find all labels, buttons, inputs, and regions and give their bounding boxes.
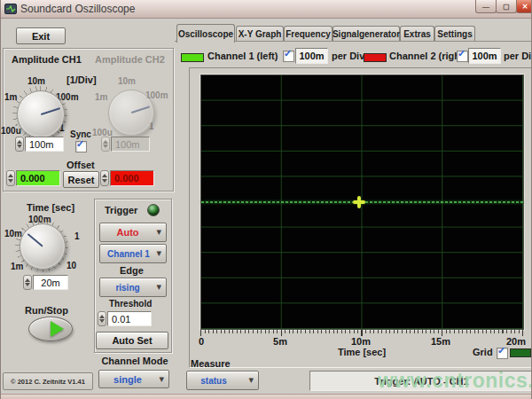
amplitude-ch1-value[interactable]: 100m <box>25 137 64 152</box>
chevron-down-icon: ▾ <box>248 373 254 386</box>
app-icon <box>4 3 17 15</box>
offset-reset-button[interactable]: Reset <box>63 171 99 188</box>
threshold-spinner[interactable] <box>98 311 106 326</box>
check-icon: ✓ <box>497 345 505 356</box>
tab-signalgenerator[interactable]: Signalgenerator <box>332 26 400 42</box>
time-spinner[interactable] <box>23 275 32 290</box>
channel-mode-dropdown[interactable]: single ▾ <box>98 370 169 388</box>
amplitude-ch1-value-text: 100m <box>29 139 54 150</box>
maximize-icon: ▢ <box>503 3 510 11</box>
channel2-per-div-value[interactable]: 100m <box>468 48 501 64</box>
exit-button[interactable]: Exit <box>16 27 66 44</box>
amplitude-ch1-spinner[interactable] <box>15 137 24 152</box>
amplitude-ch2-value-text: 100m <box>115 139 140 150</box>
knob-tick-label: 1m <box>95 92 107 102</box>
copyright-text: © 2012 C. Zeitnitz V1.41 <box>11 378 85 386</box>
x-tick-label: 20m <box>506 336 526 347</box>
offset-ch2-spinner[interactable] <box>100 170 109 186</box>
knob-pointer <box>27 233 43 247</box>
sync-checkbox[interactable]: ✓ <box>75 141 87 153</box>
app-window: Soundcard Oszilloscope — ▢ ✕ Exit Amplit… <box>0 0 532 399</box>
trigger-edge-value: rising <box>115 283 139 293</box>
offset-ch1-spinner[interactable] <box>6 170 15 186</box>
channel2-checkbox[interactable]: ✓ <box>457 51 468 62</box>
chevron-down-icon: ▾ <box>156 280 161 293</box>
tab-label: Settings <box>437 29 472 39</box>
maximize-button[interactable]: ▢ <box>496 0 517 13</box>
chevron-down-icon: ▾ <box>159 372 164 385</box>
time-title: Time [sec] <box>17 202 84 213</box>
ch2-per-div-text: 100m <box>472 51 497 61</box>
amplitude-ch2-knob <box>108 90 154 136</box>
tab-settings[interactable]: Settings <box>434 26 475 42</box>
channel-mode-value: single <box>113 374 142 385</box>
offset-ch2-text: 0.000 <box>114 173 139 184</box>
channel1-label: Channel 1 (left) <box>207 51 278 61</box>
ch1-per-div-text: 100m <box>299 51 324 61</box>
grid-label: Grid <box>473 347 493 357</box>
knob-tick-label: 10m <box>27 76 45 86</box>
trigger-mode-dropdown[interactable]: Auto ▾ <box>99 223 167 242</box>
tab-label: Oscilloscope <box>178 29 233 39</box>
x-tick-label: 10m <box>351 336 371 347</box>
tab-oscilloscope[interactable]: Oscilloscope <box>176 24 235 43</box>
trigger-led <box>147 204 160 216</box>
x-axis-major-ticks <box>200 330 523 336</box>
amplitude-ch1-knob[interactable] <box>17 90 65 138</box>
amplitude-ch2-value: 100m <box>111 137 150 152</box>
tab-xy-graph[interactable]: X-Y Graph <box>236 26 284 42</box>
edge-title: Edge <box>120 265 144 276</box>
auto-set-button[interactable]: Auto Set <box>96 332 168 349</box>
channel1-color-swatch <box>181 53 204 62</box>
channel2-per-div-label: per Div <box>504 51 532 61</box>
window-frame-bottom <box>1 394 531 399</box>
check-icon: ✓ <box>458 48 466 59</box>
channel1-per-div-value[interactable]: 100m <box>295 48 328 64</box>
tab-frequency[interactable]: Frequency <box>284 26 332 42</box>
x-tick-label: 5m <box>273 336 287 347</box>
exit-label: Exit <box>32 31 50 42</box>
trigger-source-value: Channel 1 <box>107 249 150 259</box>
trigger-edge-dropdown[interactable]: rising ▾ <box>99 278 167 297</box>
threshold-title: Threshold <box>109 299 152 309</box>
minimize-icon: — <box>482 3 489 11</box>
measure-dropdown[interactable]: status ▾ <box>186 371 259 390</box>
title-bar[interactable]: Soundcard Oszilloscope — ▢ ✕ <box>1 0 531 19</box>
channel1-per-div-label: per Div <box>332 51 364 61</box>
threshold-value[interactable]: 0.01 <box>107 311 152 326</box>
tab-label: Extras <box>403 29 431 39</box>
run-stop-button[interactable] <box>28 317 73 341</box>
tab-label: Signalgenerator <box>332 29 400 39</box>
chevron-down-icon: ▾ <box>156 246 161 259</box>
close-button[interactable]: ✕ <box>516 0 532 13</box>
measure-title: Measure <box>191 358 231 369</box>
knob-tick-label: 1 <box>74 231 80 241</box>
offset-title: Offset <box>66 160 95 170</box>
amplitude-ch2-title: Amplitude CH2 <box>95 54 165 65</box>
window-title: Soundcard Oszilloscope <box>20 3 135 15</box>
threshold-value-text: 0.01 <box>112 314 130 325</box>
offset-ch1-value[interactable]: 0.000 <box>16 170 60 186</box>
minimize-button[interactable]: — <box>475 0 497 13</box>
trigger-mode-value: Auto <box>116 227 138 238</box>
check-icon: ✓ <box>76 138 84 150</box>
play-icon <box>51 321 64 337</box>
time-knob[interactable] <box>20 223 66 270</box>
oscilloscope-plot[interactable] <box>200 74 524 330</box>
per-div-unit-label: [1/Div] <box>66 74 97 85</box>
knob-pointer <box>131 106 151 113</box>
grid-color-swatch[interactable] <box>510 348 531 357</box>
trigger-title: Trigger <box>105 205 137 215</box>
tab-extras[interactable]: Extras <box>400 26 434 42</box>
trigger-source-dropdown[interactable]: Channel 1 ▾ <box>99 244 167 263</box>
cursor-crosshair-icon[interactable] <box>353 196 365 208</box>
reset-label: Reset <box>68 175 95 185</box>
tab-label: X-Y Graph <box>239 29 282 39</box>
knob-tick-label: 10m <box>118 76 136 86</box>
channel2-label: Channel 2 (right) <box>389 51 466 61</box>
knob-tick-label: 10 <box>66 261 76 270</box>
offset-ch2-value[interactable]: 0.000 <box>110 170 154 186</box>
time-value[interactable]: 20m <box>33 275 68 290</box>
grid-checkbox[interactable]: ✓ <box>497 348 508 359</box>
channel1-checkbox[interactable]: ✓ <box>283 51 294 62</box>
